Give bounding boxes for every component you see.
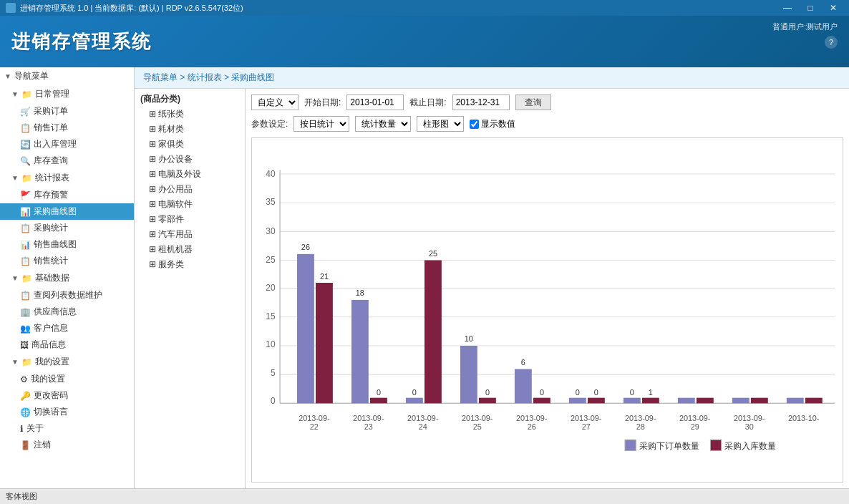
sidebar-item-stock-monitor[interactable]: 🚩 库存预警	[0, 187, 134, 203]
bar-order-5	[515, 369, 532, 404]
svg-text:24: 24	[419, 422, 427, 431]
bar-order-10	[787, 398, 804, 404]
sidebar-item-supplier[interactable]: 🏢 供应商信息	[0, 304, 134, 320]
sidebar-item-product[interactable]: 🖼 商品信息	[0, 336, 134, 353]
cat-item-computer[interactable]: ⊞ 电脑及外设	[137, 167, 242, 182]
maximize-button[interactable]: □	[800, 1, 820, 14]
sidebar: ▼ 导航菜单 ▼ 📁 日常管理 🛒 采购订单 📋 销售订单 🔄 出入库管理 🔍 …	[0, 67, 135, 488]
cat-item-office-eq[interactable]: ⊞ 办公设备	[137, 152, 242, 167]
status-bar: 客体视图	[0, 488, 849, 504]
bar-inbound-1	[316, 283, 333, 403]
sidebar-item-my-settings[interactable]: ⚙ 我的设置	[0, 371, 134, 387]
bar-inbound-3	[424, 261, 442, 404]
svg-text:0: 0	[377, 388, 381, 397]
end-date-input[interactable]	[452, 94, 510, 110]
svg-text:2013-09-: 2013-09-	[679, 414, 711, 422]
close-button[interactable]: ✕	[823, 1, 843, 14]
folder-icon-basic: 📁	[21, 273, 32, 284]
svg-rect-55	[710, 440, 721, 450]
end-date-label: 截止日期:	[409, 97, 446, 109]
stat-type-select[interactable]: 按日统计 按月统计 按年统计	[293, 116, 349, 132]
period-select[interactable]: 自定义 本月 上月 本季 本年	[251, 94, 299, 110]
svg-text:22: 22	[310, 422, 319, 431]
cat-item-software[interactable]: ⊞ 电脑软件	[137, 197, 242, 212]
sidebar-header-settings[interactable]: ▼ 📁 我的设置	[0, 353, 134, 371]
cat-item-parts[interactable]: ⊞ 零部件	[137, 212, 242, 227]
sidebar-item-switch-lang[interactable]: 🌐 切换语言	[0, 404, 134, 420]
purchase-stats-icon: 📋	[20, 223, 31, 233]
sales-chart-icon: 📊	[20, 240, 31, 250]
minimize-button[interactable]: —	[777, 1, 797, 14]
sidebar-header-nav[interactable]: ▼ 导航菜单	[0, 67, 134, 85]
switch-lang-icon: 🌐	[20, 407, 31, 417]
chart-svg: 40 35 30 25 20 15 10 5 0	[252, 138, 843, 482]
bar-order-3	[406, 398, 423, 404]
content-body: (商品分类) ⊞ 纸张类 ⊞ 耗材类 ⊞ 家俱类 ⊞ 办公设备 ⊞ 电脑及外设 …	[135, 89, 849, 488]
chart-container: 40 35 30 25 20 15 10 5 0	[251, 137, 843, 483]
chart-type-select[interactable]: 柱形图 折线图 面积图	[417, 116, 464, 132]
help-icon[interactable]: ?	[825, 36, 838, 49]
query-button[interactable]: 查询	[515, 94, 551, 110]
sidebar-header-stats[interactable]: ▼ 📁 统计报表	[0, 169, 134, 187]
product-icon: 🖼	[20, 340, 29, 350]
app-icon	[6, 3, 16, 13]
sidebar-sales-chart-label: 销售曲线图	[34, 238, 77, 251]
sidebar-item-warehouse[interactable]: 🔄 出入库管理	[0, 136, 134, 152]
svg-text:30: 30	[266, 226, 276, 236]
sidebar-item-sales-order[interactable]: 📋 销售订单	[0, 120, 134, 136]
stat-field-select[interactable]: 统计数量 统计金额	[355, 116, 411, 132]
sidebar-item-change-pwd[interactable]: 🔑 更改密码	[0, 387, 134, 404]
sidebar-item-stock-query[interactable]: 🔍 库存查询	[0, 152, 134, 169]
sidebar-item-purchase-order[interactable]: 🛒 采购订单	[0, 103, 134, 120]
about-icon: ℹ	[20, 424, 24, 434]
sidebar-warehouse-label: 出入库管理	[34, 138, 77, 150]
bar-inbound-10	[805, 398, 823, 404]
bar-inbound-8	[697, 398, 714, 404]
sidebar-purchase-order-label: 采购订单	[34, 105, 68, 117]
svg-text:2013-09-: 2013-09-	[516, 414, 548, 422]
sidebar-item-customer[interactable]: 👥 客户信息	[0, 320, 134, 336]
svg-text:2013-09-: 2013-09-	[625, 414, 656, 422]
sidebar-item-sales-chart[interactable]: 📊 销售曲线图	[0, 236, 134, 253]
sidebar-item-about[interactable]: ℹ 关于	[0, 420, 134, 437]
sidebar-item-purchase-stats[interactable]: 📋 采购统计	[0, 220, 134, 236]
expand-icon-settings: ▼	[11, 358, 19, 366]
svg-text:0: 0	[630, 388, 634, 397]
cat-item-consumable[interactable]: ⊞ 耗材类	[137, 122, 242, 137]
svg-text:采购入库数量: 采购入库数量	[724, 441, 776, 451]
bar-inbound-6	[588, 398, 605, 404]
cat-item-rental[interactable]: ⊞ 租机机器	[137, 242, 242, 257]
svg-text:23: 23	[364, 422, 373, 431]
cat-item-furniture[interactable]: ⊞ 家俱类	[137, 137, 242, 152]
bar-order-2	[351, 300, 369, 403]
user-info: 普通用户:测试用户	[772, 21, 838, 32]
cat-item-paper[interactable]: ⊞ 纸张类	[137, 107, 242, 122]
params-label: 参数设定:	[251, 118, 288, 130]
app-header: 进销存管理系统 普通用户:测试用户 ?	[0, 16, 849, 67]
cat-item-car[interactable]: ⊞ 汽车用品	[137, 227, 242, 242]
sidebar-item-purchase-chart[interactable]: 📊 采购曲线图	[0, 203, 134, 220]
title-bar-controls: — □ ✕	[777, 1, 843, 14]
svg-text:25: 25	[473, 422, 482, 431]
sidebar-header-basic[interactable]: ▼ 📁 基础数据	[0, 269, 134, 287]
sidebar-item-sales-stats[interactable]: 📋 销售统计	[0, 253, 134, 269]
sidebar-item-logout[interactable]: 🚪 注销	[0, 437, 134, 453]
start-date-input[interactable]	[346, 94, 404, 110]
stock-query-icon: 🔍	[20, 156, 31, 166]
cat-item-service[interactable]: ⊞ 服务类	[137, 257, 242, 272]
start-date-label: 开始日期:	[304, 97, 341, 109]
sidebar-item-table-maintain[interactable]: 📋 查阅列表数据维护	[0, 287, 134, 304]
sidebar-purchase-stats-label: 采购统计	[34, 222, 68, 234]
bar-order-8	[678, 398, 695, 404]
customer-icon: 👥	[20, 324, 31, 334]
cat-item-office-supply[interactable]: ⊞ 办公用品	[137, 182, 242, 197]
sidebar-settings-label: 我的设置	[35, 356, 69, 368]
main-layout: ▼ 导航菜单 ▼ 📁 日常管理 🛒 采购订单 📋 销售订单 🔄 出入库管理 🔍 …	[0, 67, 849, 488]
category-title: (商品分类)	[137, 92, 242, 107]
show-values-checkbox[interactable]	[470, 120, 479, 129]
svg-text:2013-10-: 2013-10-	[788, 414, 820, 422]
show-values-label[interactable]: 显示数值	[470, 118, 515, 130]
bar-inbound-2	[370, 398, 387, 404]
sidebar-header-daily[interactable]: ▼ 📁 日常管理	[0, 85, 134, 103]
svg-text:5: 5	[271, 368, 276, 378]
